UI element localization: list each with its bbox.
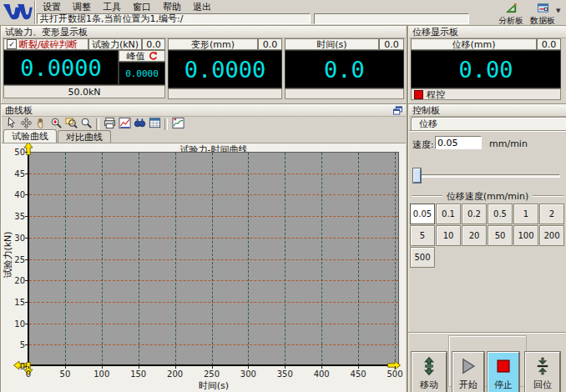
menu-item-2[interactable]: 工具 (97, 0, 127, 14)
break-judge-label: 断裂/破碎判断 (19, 38, 78, 51)
v-gridline (285, 153, 286, 365)
undock-panel-icon[interactable] (392, 106, 403, 115)
h-gridline (29, 259, 398, 260)
speed-option-0.05[interactable]: 0.05 (410, 204, 435, 224)
control-panel-title: 控制板 (409, 105, 566, 117)
toolbar-data-table-button[interactable] (147, 118, 162, 131)
x-tick-label: 250 (198, 369, 226, 379)
toolbar-print-button[interactable] (102, 118, 117, 131)
deform-header: 变形(mm) (168, 38, 258, 50)
h-gridline (29, 216, 398, 217)
y-tick-label: 20 (3, 276, 25, 285)
x-tick-mark (395, 366, 396, 369)
v-gridline (248, 153, 249, 365)
speed-option-1[interactable]: 1 (513, 204, 538, 224)
v-gridline (175, 153, 176, 365)
peak-reset-icon[interactable] (148, 51, 158, 61)
x-tick-label: 100 (88, 369, 116, 379)
curve-panel-titlebar: 曲线板 (2, 105, 406, 117)
x-tick-mark (285, 366, 286, 369)
y-tick-mark (25, 324, 28, 324)
menu-item-3[interactable]: 窗口 (127, 0, 157, 14)
x-tick-mark (65, 366, 66, 369)
toolbar-separator (164, 118, 168, 130)
time-aux-value: 0.0 (379, 38, 404, 50)
start-button[interactable]: 开始 (452, 352, 484, 392)
speed-option-10[interactable]: 10 (436, 225, 461, 246)
v-gridline (102, 153, 103, 365)
play-icon (459, 357, 478, 378)
data-board-button[interactable]: 数据板 (528, 2, 558, 25)
speed-slider-thumb[interactable] (413, 168, 421, 183)
deform-bottom-strip (168, 88, 282, 99)
stop-button[interactable]: 停止 (488, 352, 519, 392)
x-tick-mark (28, 366, 29, 369)
v-gridline (65, 153, 66, 365)
speed-option-0.5[interactable]: 0.5 (488, 204, 513, 224)
y-tick-label: 45 (3, 169, 25, 178)
toolbar-explore-button[interactable] (132, 118, 147, 131)
break-judge-option[interactable]: ✓ 断裂/破碎判断 (3, 38, 88, 50)
v-gridline (139, 153, 139, 365)
program-mode-indicator-icon (414, 90, 423, 99)
status-text: 共打开数据1条,当前位置为1,编号:/ (40, 13, 183, 24)
speed-slider-track[interactable] (413, 174, 560, 178)
force-value-display: 0.0000 (3, 50, 119, 85)
stop-icon (494, 357, 513, 378)
menu-item-0[interactable]: 设置 (37, 0, 67, 14)
return-button[interactable]: 回位 (525, 352, 560, 392)
curve-panel-title: 曲线板 (5, 105, 33, 116)
y-tick-mark (25, 238, 28, 239)
status-message: 共打开数据1条,当前位置为1,编号:/ (37, 13, 311, 24)
speed-label: 速度: (412, 138, 434, 151)
y-tick-mark (25, 194, 28, 195)
speed-option-20[interactable]: 20 (462, 225, 487, 246)
time-value-display: 0.0 (285, 50, 404, 88)
speed-input[interactable] (435, 136, 482, 149)
speed-option-0.2[interactable]: 0.2 (462, 204, 487, 224)
x-tick-mark (321, 366, 322, 369)
curve-tab-0[interactable]: 试验曲线 (3, 129, 57, 143)
return-home-icon (533, 357, 552, 378)
speed-option-5[interactable]: 5 (410, 225, 435, 246)
x-tick-label: 0 (14, 369, 43, 379)
y-tick-label: 5 (3, 340, 25, 349)
x-axis-line (28, 364, 400, 366)
menu-item-4[interactable]: 帮助 (157, 0, 187, 14)
break-judge-checkbox[interactable]: ✓ (7, 39, 17, 49)
toolbar-zoom-window-button[interactable] (63, 118, 78, 131)
toolbar-chart-view-button[interactable] (117, 118, 132, 131)
speed-option-500[interactable]: 500 (410, 247, 435, 268)
speed-option-0.1[interactable]: 0.1 (436, 204, 461, 224)
x-tick-label: 150 (124, 369, 153, 379)
y-tick-label: 10 (3, 319, 25, 329)
program-mode-label: 程控 (427, 88, 445, 101)
y-tick-label: 25 (3, 255, 25, 264)
menu-item-5[interactable]: 退出 (187, 0, 217, 14)
y-tick-label: 15 (3, 298, 25, 307)
tab-displacement[interactable]: 位移 (411, 117, 566, 130)
move-button[interactable]: 移动 (412, 352, 447, 392)
toolbar-overflow-arrow-icon[interactable]: ▼ (556, 8, 560, 14)
speed-option-2[interactable]: 2 (539, 204, 564, 224)
data-board-label: 数据板 (530, 16, 555, 25)
h-gridline (29, 173, 398, 174)
start-button-label: 开始 (459, 379, 478, 391)
toolbar-separator (96, 118, 99, 130)
move-button-label: 移动 (420, 379, 438, 391)
speed-option-50[interactable]: 50 (488, 225, 513, 246)
x-tick-label: 400 (307, 369, 336, 379)
menu-item-1[interactable]: 调整 (67, 0, 97, 14)
speed-option-200[interactable]: 200 (539, 225, 564, 246)
toolbar-zoom-out-button[interactable] (78, 118, 93, 131)
curve-tab-1[interactable]: 对比曲线 (58, 130, 111, 143)
topbar-divider (34, 1, 36, 24)
speed-option-100[interactable]: 100 (513, 225, 538, 246)
status-field-secondary (314, 13, 469, 24)
displacement-header: 位移(mm) (411, 38, 537, 50)
speed-group-caption: 位移速度(mm/min) (412, 190, 563, 202)
deform-aux-value: 0.0 (258, 38, 282, 50)
force-range-label: 50.0kN (3, 85, 165, 98)
toolbar-curve-config-button[interactable] (170, 118, 185, 131)
analysis-board-button[interactable]: 分析板 (496, 2, 526, 25)
